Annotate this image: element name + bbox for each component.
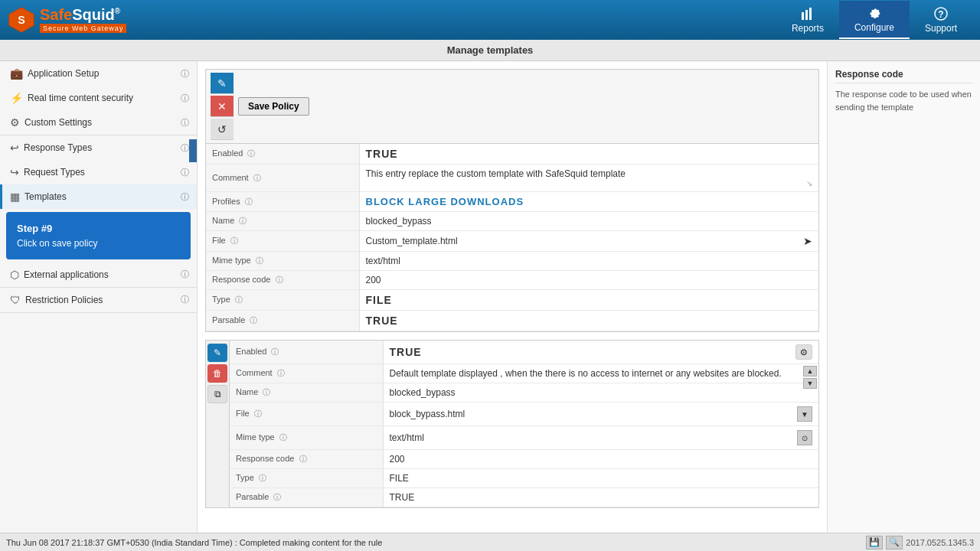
template-2-row-with-actions: ✎ 🗑 ⧉ Enabled ⓘ TRUE: [206, 341, 818, 507]
shield-icon: 🛡: [10, 294, 21, 306]
info-file-1[interactable]: ⓘ: [230, 236, 238, 245]
label-parsable-1: Parsable ⓘ: [206, 311, 359, 331]
info-parsable-2[interactable]: ⓘ: [273, 493, 281, 501]
label-parsable-2: Parsable ⓘ: [230, 488, 383, 507]
edit-btn-2[interactable]: ✎: [207, 344, 227, 362]
scroll-down-btn-2[interactable]: ▼: [803, 378, 817, 389]
info-mime-1[interactable]: ⓘ: [256, 256, 263, 265]
sidebar-item-response-types[interactable]: ↩ Response Types ⓘ: [0, 135, 197, 160]
scroll-up-btn-2[interactable]: ▲: [803, 366, 817, 377]
label-profiles-1: Profiles ⓘ: [206, 192, 359, 212]
value-name-1: blocked_bypass: [359, 212, 818, 231]
info-mime-2[interactable]: ⓘ: [279, 433, 287, 442]
scroll-btns-2: ▲ ▼: [803, 366, 817, 389]
header: S SafeSquid® Secure Web Gateway Reports …: [0, 0, 980, 40]
label-comment-2: Comment ⓘ: [230, 364, 383, 383]
label-comment-1: Comment ⓘ: [206, 165, 359, 192]
info-respcode-2[interactable]: ⓘ: [299, 455, 307, 463]
sidebar-label-app-setup: Application Setup: [28, 68, 176, 79]
svg-text:?: ?: [938, 9, 943, 20]
info-name-2[interactable]: ⓘ: [263, 388, 270, 396]
info-icon-restriction[interactable]: ⓘ: [181, 294, 189, 305]
step-tooltip: Step #9 Click on save policy: [6, 212, 191, 259]
label-respcode-2: Response code ⓘ: [230, 450, 383, 469]
info-icon-external-apps[interactable]: ⓘ: [181, 269, 189, 280]
nav-configure[interactable]: Configure: [839, 1, 910, 39]
sidebar-item-external-apps[interactable]: ⬡ External applications ⓘ: [0, 262, 197, 287]
nav-reports[interactable]: Reports: [776, 2, 839, 38]
settings-btn-2[interactable]: ⊙: [795, 344, 812, 360]
info-name-1[interactable]: ⓘ: [239, 217, 247, 225]
sidebar-section-1: 💼 Application Setup ⓘ ⚡ Real time conten…: [0, 61, 197, 135]
sidebar-item-request-types[interactable]: ↪ Request Types ⓘ: [0, 160, 197, 184]
field-row-parsable-2: Parsable ⓘ TRUE: [230, 488, 818, 507]
step-action: Click on save policy: [17, 236, 180, 250]
svg-rect-4: [809, 8, 812, 20]
question-icon: ?: [933, 6, 949, 21]
label-file-1: File ⓘ: [206, 231, 359, 252]
logo-text: SafeSquid® Secure Web Gateway: [40, 7, 126, 33]
template-1-fields: Enabled ⓘ TRUE Comment ⓘ This entry repl…: [206, 144, 818, 331]
logo-icon: S: [8, 6, 35, 34]
save-status-btn[interactable]: 💾: [866, 536, 883, 549]
sidebar-item-custom[interactable]: ⚙ Custom Settings ⓘ: [0, 110, 197, 135]
value-enabled-1: TRUE: [359, 144, 818, 165]
field-row-mime-2: Mime type ⓘ text/html ⊙: [230, 426, 818, 450]
value-comment-1: This entry replace the custom template w…: [359, 165, 818, 192]
template-block-1: ✎ ✕ ↺ Save Policy Enabled ⓘ TRUE Comment: [205, 69, 819, 332]
save-policy-row: ✎ ✕ ↺ Save Policy: [206, 70, 818, 144]
logo-tagline: Secure Web Gateway: [40, 24, 126, 33]
nav-support[interactable]: ? Support: [910, 2, 972, 38]
field-row-file-2: File ⓘ block_bypass.html ▼: [230, 403, 818, 426]
file-dropdown-btn-2[interactable]: ▼: [797, 406, 812, 422]
svg-rect-3: [805, 10, 808, 20]
row-controls-2: ⊙: [795, 344, 812, 360]
label-name-2: Name ⓘ: [230, 383, 383, 403]
sidebar-section-2: ↩ Response Types ⓘ ↪ Request Types ⓘ ▦ T…: [0, 135, 197, 288]
label-name-1: Name ⓘ: [206, 212, 359, 231]
delete-btn-2[interactable]: 🗑: [207, 364, 227, 383]
label-enabled-2: Enabled ⓘ: [230, 341, 383, 364]
info-profiles-1[interactable]: ⓘ: [245, 197, 253, 206]
info-icon-app-setup[interactable]: ⓘ: [181, 68, 189, 80]
info-icon-realtime[interactable]: ⓘ: [181, 93, 189, 104]
sidebar-item-app-setup[interactable]: 💼 Application Setup ⓘ: [0, 61, 197, 86]
arrow-icon: [181, 128, 198, 174]
info-icon-custom[interactable]: ⓘ: [181, 117, 189, 129]
delete-btn-1[interactable]: ✕: [211, 96, 234, 117]
info-type-1[interactable]: ⓘ: [235, 295, 243, 304]
chart-icon: [800, 6, 815, 21]
info-file-2[interactable]: ⓘ: [254, 409, 262, 418]
table-icon: ▦: [10, 191, 20, 203]
edit-btn-1[interactable]: ✎: [211, 73, 234, 94]
content-area: ✎ ✕ ↺ Save Policy Enabled ⓘ TRUE Comment: [198, 61, 827, 533]
info-respcode-1[interactable]: ⓘ: [276, 276, 283, 284]
info-icon-templates[interactable]: ⓘ: [181, 191, 189, 203]
reset-btn-1[interactable]: ↺: [211, 119, 234, 140]
sidebar-item-restriction[interactable]: 🛡 Restriction Policies ⓘ: [0, 288, 197, 312]
copy-btn-2[interactable]: ⧉: [207, 385, 227, 403]
info-enabled-2[interactable]: ⓘ: [271, 347, 279, 356]
sidebar-item-realtime[interactable]: ⚡ Real time content security ⓘ: [0, 86, 197, 110]
field-row-respcode-2: Response code ⓘ 200: [230, 450, 818, 469]
info-enabled-1[interactable]: ⓘ: [247, 149, 255, 158]
briefcase-icon: 💼: [10, 67, 23, 80]
value-parsable-1: TRUE: [359, 311, 818, 331]
help-text: The response code to be used when sendin…: [835, 88, 972, 113]
label-respcode-1: Response code ⓘ: [206, 271, 359, 290]
svg-rect-2: [802, 12, 804, 20]
value-parsable-2: TRUE: [383, 488, 818, 507]
mime-settings-btn-2[interactable]: ⊙: [797, 430, 812, 445]
info-comment-2[interactable]: ⓘ: [277, 369, 285, 377]
info-comment-1[interactable]: ⓘ: [253, 174, 261, 182]
gear-icon: [867, 5, 882, 21]
search-status-btn[interactable]: 🔍: [886, 536, 903, 549]
value-respcode-2: 200: [383, 450, 818, 469]
status-message: Thu Jun 08 2017 21:18:37 GMT+0530 (India…: [6, 538, 382, 547]
save-policy-button[interactable]: Save Policy: [238, 97, 309, 116]
sidebar-item-templates[interactable]: ▦ Templates ⓘ: [0, 184, 197, 209]
info-type-2[interactable]: ⓘ: [259, 474, 266, 482]
svg-marker-7: [189, 132, 198, 170]
info-parsable-1[interactable]: ⓘ: [250, 316, 257, 324]
value-profiles-1: BLOCK LARGE DOWNLOADS: [359, 192, 818, 212]
